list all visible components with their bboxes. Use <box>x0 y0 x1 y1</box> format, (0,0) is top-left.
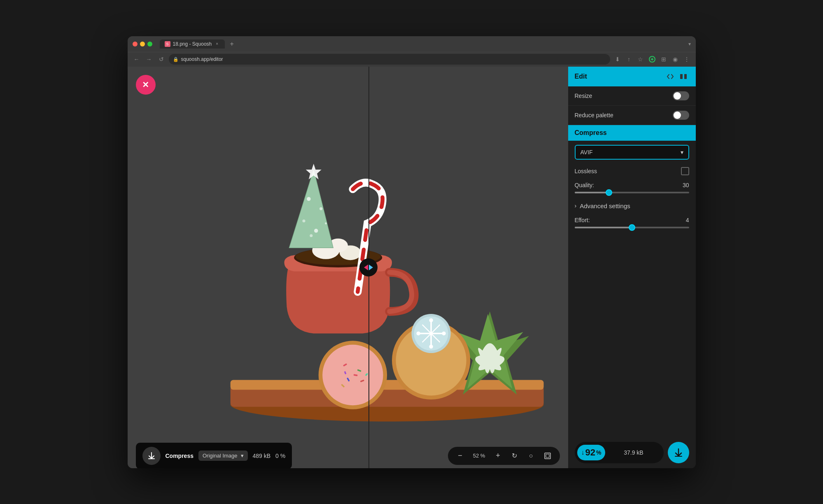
download-original-button[interactable] <box>142 447 161 465</box>
svg-rect-42 <box>680 74 683 79</box>
share-button[interactable]: ↑ <box>624 54 634 64</box>
url-text: squoosh.app/editor <box>181 56 223 62</box>
resize-row: Resize <box>568 86 696 106</box>
quality-slider-thumb[interactable] <box>606 189 612 196</box>
browser-actions: ⬇ ↑ ☆ ⊞ ◉ ⋮ <box>613 54 692 64</box>
lossless-row: Lossless <box>568 164 696 179</box>
close-editor-button[interactable]: ✕ <box>136 75 156 95</box>
compressed-file-size: 37.9 kB <box>606 449 661 456</box>
extensions2-button[interactable]: ⊞ <box>659 54 669 64</box>
editor-canvas: ✕ <box>128 67 568 468</box>
edit-header-icons <box>664 71 689 82</box>
refresh-button[interactable]: ↺ <box>156 54 166 64</box>
left-compress-panel: Compress Original Image ▾ 489 kB 0 % <box>136 443 292 468</box>
compression-result: ↓ 92 % 37.9 kB <box>575 442 664 463</box>
zoom-out-button[interactable]: − <box>455 450 466 462</box>
left-format-select[interactable]: Original Image ▾ <box>198 451 248 461</box>
main-content: ✕ <box>128 67 696 468</box>
badge-down-arrow-icon: ↓ <box>581 449 585 456</box>
left-format-value: Original Image <box>203 453 238 459</box>
back-button[interactable]: ← <box>132 54 142 64</box>
svg-rect-40 <box>545 453 550 459</box>
split-handle[interactable] <box>359 258 378 276</box>
effort-label: Effort: <box>575 217 590 223</box>
original-percentage: 0 % <box>275 453 285 459</box>
svg-point-36 <box>325 222 327 224</box>
svg-point-37 <box>310 234 312 237</box>
resize-toggle[interactable] <box>673 91 689 100</box>
zoom-in-button[interactable]: + <box>492 450 504 462</box>
quality-slider-fill <box>575 192 609 193</box>
quality-slider-track <box>575 192 689 193</box>
window-controls: ▾ <box>688 41 691 47</box>
arrow-left-icon <box>364 265 368 270</box>
reduce-palette-row: Reduce palette <box>568 106 696 125</box>
compress-section-header: Compress <box>568 125 696 141</box>
active-tab[interactable]: S 18.png - Squoosh × <box>160 39 225 49</box>
code-view-button[interactable] <box>664 71 676 82</box>
svg-point-34 <box>302 219 305 222</box>
tab-close-button[interactable]: × <box>214 41 220 47</box>
badge-percent-sign: % <box>596 449 601 456</box>
effort-slider-fill <box>575 227 632 228</box>
reduce-palette-label: Reduce palette <box>575 112 613 118</box>
format-select[interactable]: AVIF ▾ <box>575 145 689 160</box>
original-file-size: 489 kB <box>253 453 271 459</box>
traffic-lights <box>133 42 152 46</box>
download-page-button[interactable]: ⬇ <box>613 54 622 64</box>
tab-title: 18.png - Squoosh <box>173 41 212 47</box>
svg-rect-41 <box>546 454 549 458</box>
resize-label: Resize <box>575 93 592 99</box>
quality-row: Quality: 30 <box>568 179 696 190</box>
quality-slider-wrap <box>568 190 696 198</box>
svg-point-16 <box>442 331 446 335</box>
advanced-settings-row[interactable]: › Advanced settings <box>568 198 696 214</box>
edit-section-header: Edit <box>568 67 696 86</box>
quality-label: Quality: <box>575 182 594 188</box>
edit-title: Edit <box>575 73 587 80</box>
menu-button[interactable]: ⋮ <box>682 54 692 64</box>
bottom-action-bar: ↓ 92 % 37.9 kB <box>568 437 696 468</box>
badge-percent-value: 92 <box>585 447 595 458</box>
resize-toggle-knob <box>674 92 681 100</box>
svg-rect-39 <box>148 458 155 459</box>
new-tab-button[interactable]: + <box>226 39 237 49</box>
svg-point-18 <box>322 344 383 405</box>
arrow-right-icon <box>369 265 373 270</box>
svg-point-33 <box>319 207 322 210</box>
reduce-palette-toggle[interactable] <box>673 111 689 120</box>
tab-favicon: S <box>165 41 170 47</box>
spacer <box>568 233 696 437</box>
circle-button[interactable]: ○ <box>525 450 537 462</box>
title-bar: S 18.png - Squoosh × + ▾ <box>128 36 696 52</box>
svg-rect-44 <box>675 456 682 457</box>
effort-slider-thumb[interactable] <box>629 224 635 231</box>
crop-button[interactable] <box>542 450 553 462</box>
download-compressed-button[interactable] <box>668 442 689 463</box>
svg-point-35 <box>314 229 318 233</box>
effort-value: 4 <box>686 217 689 223</box>
rotate-button[interactable]: ↻ <box>509 450 520 462</box>
reduce-palette-toggle-knob <box>674 111 681 119</box>
maximize-window-button[interactable] <box>147 42 152 46</box>
split-handle-inner <box>364 265 373 270</box>
extensions-button[interactable] <box>647 54 657 64</box>
bookmark-button[interactable]: ☆ <box>636 54 646 64</box>
advanced-settings-chevron-icon: › <box>575 202 577 209</box>
illustration <box>128 67 568 468</box>
chevron-down-icon: ▾ <box>241 453 244 459</box>
minimize-window-button[interactable] <box>140 42 145 46</box>
format-chevron-icon: ▾ <box>681 149 683 156</box>
profile-button[interactable]: ◉ <box>670 54 680 64</box>
zoom-controls: − 52 % + ↻ ○ <box>448 447 560 465</box>
address-bar[interactable]: 🔒 squoosh.app/editor <box>169 54 610 65</box>
svg-point-32 <box>307 197 311 201</box>
svg-rect-43 <box>684 74 687 79</box>
close-window-button[interactable] <box>133 42 138 46</box>
split-view-button[interactable] <box>678 71 689 82</box>
compression-badge: ↓ 92 % <box>577 445 606 460</box>
lossless-label: Lossless <box>575 168 597 174</box>
forward-button[interactable]: → <box>144 54 154 64</box>
right-panel: Edit Resize <box>568 67 696 468</box>
lossless-checkbox[interactable] <box>681 167 689 175</box>
